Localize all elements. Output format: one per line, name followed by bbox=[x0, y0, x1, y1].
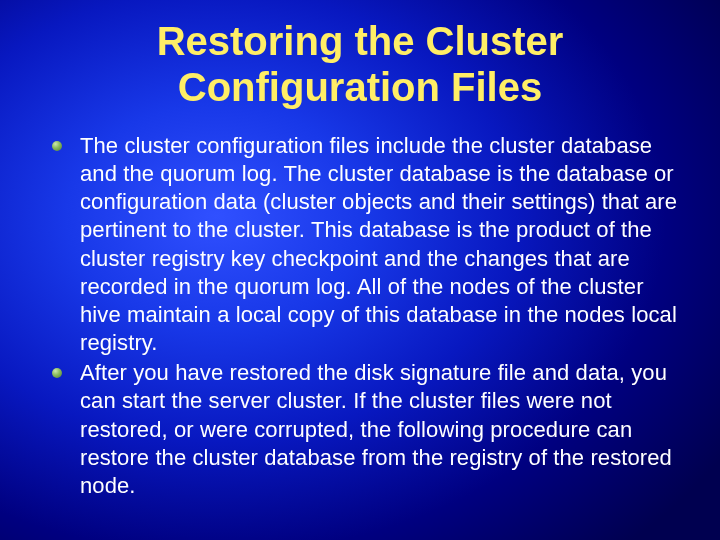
list-item: The cluster configuration files include … bbox=[48, 132, 680, 357]
slide-container: Restoring the Cluster Configuration File… bbox=[0, 0, 720, 540]
bullet-icon bbox=[52, 368, 62, 378]
slide-title: Restoring the Cluster Configuration File… bbox=[40, 18, 680, 110]
bullet-list: The cluster configuration files include … bbox=[40, 132, 680, 500]
bullet-icon bbox=[52, 141, 62, 151]
list-item: After you have restored the disk signatu… bbox=[48, 359, 680, 500]
bullet-text: The cluster configuration files include … bbox=[80, 133, 677, 355]
bullet-text: After you have restored the disk signatu… bbox=[80, 360, 672, 498]
